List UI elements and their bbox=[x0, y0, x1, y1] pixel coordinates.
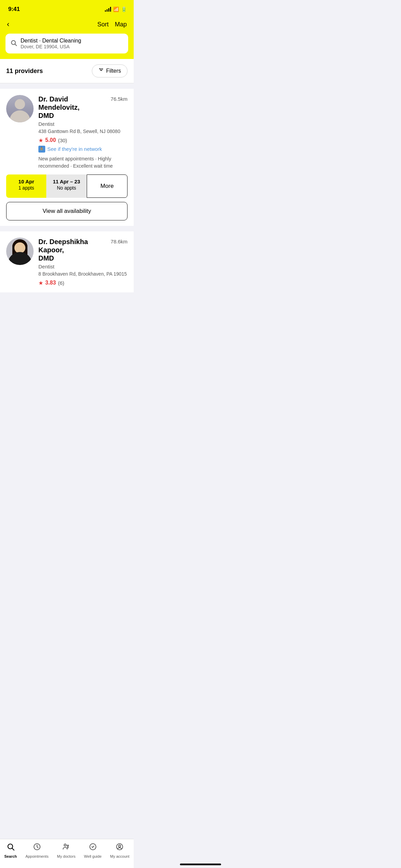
doctor-address-1: 438 Ganttown Rd B, Sewell, NJ 08080 bbox=[38, 128, 127, 135]
doctor-name-row-2: Dr. Deepshikha Kapoor, DMD 78.6km bbox=[38, 238, 127, 262]
status-icons: 📶 🔋 bbox=[105, 7, 127, 12]
more-label-1: More bbox=[90, 179, 124, 194]
filters-icon bbox=[98, 68, 104, 74]
doctor-card-1: Dr. David Mendelovitz, DMD 76.5km Dentis… bbox=[0, 89, 134, 226]
wifi-icon: 📶 bbox=[113, 7, 119, 12]
doctor-address-2: 8 Brookhaven Rd, Brookhaven, PA 19015 bbox=[38, 271, 127, 278]
doctor-specialty-2: Dentist bbox=[38, 264, 127, 269]
search-subtitle: Dover, DE 19904, USA bbox=[21, 44, 81, 49]
status-bar: 9:41 📶 🔋 bbox=[0, 0, 134, 17]
doctor-top-2: Dr. Deepshikha Kapoor, DMD 78.6km Dentis… bbox=[6, 238, 127, 286]
doctor-name-2: Dr. Deepshikha Kapoor, DMD bbox=[38, 238, 109, 262]
search-bar[interactable]: Dentist · Dental Cleaning Dover, DE 1990… bbox=[5, 34, 128, 53]
slot-appts-2: No appts bbox=[50, 185, 83, 191]
slot-gray-1[interactable]: 11 Apr – 23 No appts bbox=[46, 174, 86, 198]
view-all-button-1[interactable]: View all availability bbox=[6, 202, 127, 220]
map-button[interactable]: Map bbox=[115, 21, 127, 28]
slot-date-1: 10 Apr bbox=[10, 179, 43, 184]
card-bottom-1: View all availability bbox=[6, 202, 127, 226]
slot-date-2: 11 Apr – 23 bbox=[50, 179, 83, 184]
rating-count-2: (6) bbox=[58, 280, 64, 286]
rating-row-1: ★ 5.00 (30) bbox=[38, 137, 127, 144]
search-title: Dentist · Dental Cleaning bbox=[21, 38, 81, 44]
header: ‹ Sort Map bbox=[0, 17, 134, 34]
slot-appts-1: 1 appts bbox=[10, 185, 43, 191]
doctor-name-1: Dr. David Mendelovitz, DMD bbox=[38, 95, 109, 120]
network-shield-icon: ⛹ bbox=[38, 146, 45, 153]
filters-label: Filters bbox=[106, 68, 121, 74]
slot-yellow-1[interactable]: 10 Apr 1 appts bbox=[6, 174, 46, 198]
star-icon-1: ★ bbox=[38, 137, 43, 144]
search-icon bbox=[10, 39, 17, 48]
doctor-tags-1: New patient appointments · Highly recomm… bbox=[38, 155, 127, 170]
search-bar-container: Dentist · Dental Cleaning Dover, DE 1990… bbox=[0, 34, 134, 59]
doctor-top-1: Dr. David Mendelovitz, DMD 76.5km Dentis… bbox=[6, 95, 127, 170]
doctor-distance-1: 76.5km bbox=[111, 96, 127, 102]
doctor-info-2: Dr. Deepshikha Kapoor, DMD 78.6km Dentis… bbox=[38, 238, 127, 286]
svg-line-1 bbox=[15, 44, 17, 46]
providers-header: 11 providers Filters bbox=[0, 59, 134, 83]
header-actions: Sort Map bbox=[97, 21, 127, 28]
rating-count-1: (30) bbox=[58, 137, 67, 143]
sort-button[interactable]: Sort bbox=[97, 21, 109, 28]
rating-row-2: ★ 3.83 (6) bbox=[38, 280, 127, 286]
battery-icon: 🔋 bbox=[121, 7, 127, 12]
doctor-card-2: Dr. Deepshikha Kapoor, DMD 78.6km Dentis… bbox=[0, 231, 134, 292]
network-row-1: ⛹ See if they're in network bbox=[38, 146, 127, 153]
rating-value-2: 3.83 bbox=[45, 280, 56, 286]
back-button[interactable]: ‹ bbox=[7, 20, 9, 29]
signal-icon bbox=[105, 7, 111, 12]
avatar-1 bbox=[6, 95, 34, 122]
providers-count: 11 providers bbox=[6, 68, 43, 75]
search-text: Dentist · Dental Cleaning Dover, DE 1990… bbox=[21, 38, 81, 49]
network-link-1[interactable]: See if they're in network bbox=[47, 146, 102, 152]
filters-button[interactable]: Filters bbox=[92, 64, 127, 77]
avatar-2 bbox=[6, 238, 34, 265]
availability-slots-1: 10 Apr 1 appts 11 Apr – 23 No appts More bbox=[6, 174, 127, 198]
rating-value-1: 5.00 bbox=[45, 137, 56, 143]
status-time: 9:41 bbox=[8, 6, 20, 13]
main-content: 11 providers Filters bbox=[0, 59, 134, 327]
doctor-info-1: Dr. David Mendelovitz, DMD 76.5km Dentis… bbox=[38, 95, 127, 170]
doctor-name-row-1: Dr. David Mendelovitz, DMD 76.5km bbox=[38, 95, 127, 120]
doctor-distance-2: 78.6km bbox=[111, 239, 127, 244]
more-button-1[interactable]: More bbox=[87, 174, 127, 198]
star-icon-2: ★ bbox=[38, 280, 43, 286]
doctor-specialty-1: Dentist bbox=[38, 121, 127, 127]
